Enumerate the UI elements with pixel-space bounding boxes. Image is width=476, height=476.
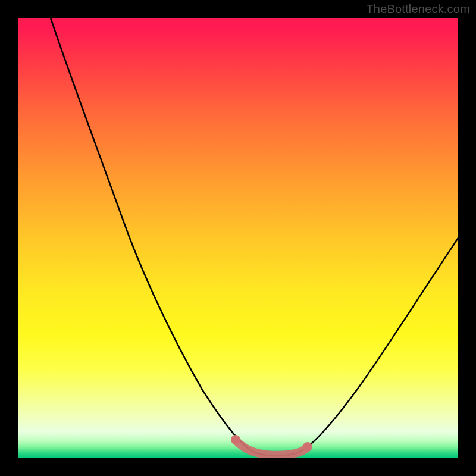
- floor-highlight: [236, 440, 307, 455]
- chart-frame: TheBottleneck.com: [0, 0, 476, 476]
- floor-marker-left: [231, 435, 240, 444]
- bottleneck-curve: [51, 18, 458, 456]
- floor-marker-right: [303, 442, 312, 452]
- watermark-text: TheBottleneck.com: [366, 2, 470, 16]
- curve-layer: [18, 18, 458, 458]
- plot-area: [18, 18, 458, 458]
